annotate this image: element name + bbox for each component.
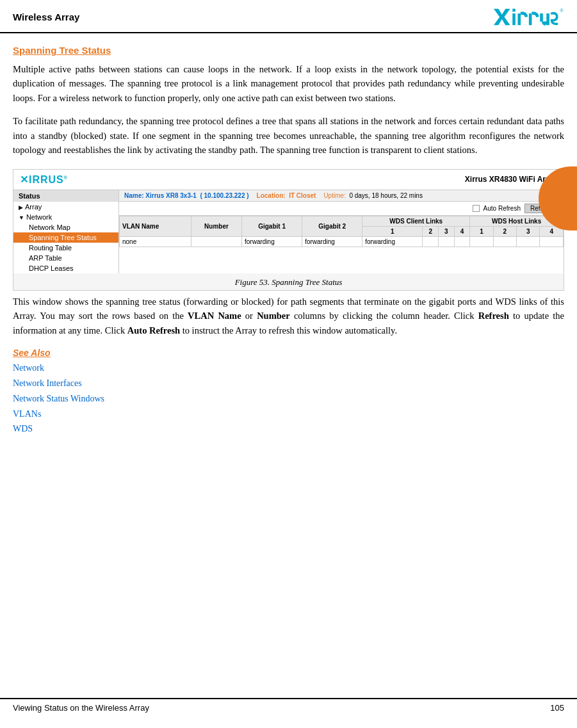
svg-text:®: ®	[560, 8, 564, 13]
device-uptime-label: Uptime: 0 days, 18 hours, 22 mins	[323, 192, 423, 199]
row-wds-client3	[439, 236, 455, 247]
device-name-value: Xirrus XR8 3x3-1	[145, 192, 197, 199]
col-vlan-name[interactable]: VLAN Name	[120, 216, 191, 236]
wds-client-col-3: 3	[439, 226, 455, 236]
row-wds-host1	[470, 236, 493, 247]
refresh-bar: Auto Refresh Refresh	[119, 202, 564, 216]
sidebar-item-network-map[interactable]: Network Map	[13, 222, 118, 232]
row-wds-host3	[517, 236, 540, 247]
table-row: none forwarding forwarding forwarding	[120, 236, 564, 247]
see-also-link-wds[interactable]: WDS	[13, 421, 564, 437]
figure-container: ✕IRRUS® Xirrus XR4830 WiFi Array Status …	[13, 169, 564, 291]
row-gigabit1: forwarding	[242, 236, 302, 247]
device-name-label: Name: Xirrus XR8 3x3-1 ( 10.100.23.222 )	[124, 192, 249, 199]
row-number	[191, 236, 241, 247]
description-paragraph: This window shows the spanning tree stat…	[13, 295, 564, 337]
paragraph-1: Multiple active paths between stations c…	[13, 62, 564, 105]
wds-client-col-4: 4	[454, 226, 470, 236]
device-location-label: Location: IT Closet	[257, 192, 316, 199]
wds-client-col-2: 2	[423, 226, 439, 236]
sidebar-item-dhcp-leases[interactable]: DHCP Leases	[13, 263, 118, 273]
interface-sidebar: Status ▶Array ▼Network Network Map Spann…	[13, 190, 119, 273]
see-also-link-network-status-windows[interactable]: Network Status Windows	[13, 391, 564, 407]
svg-rect-4	[529, 13, 532, 25]
row-wds-client1: forwarding	[362, 236, 423, 247]
xirrus-interface: ✕IRRUS® Xirrus XR4830 WiFi Array Status …	[13, 170, 564, 273]
svg-rect-2	[513, 13, 516, 25]
col-gigabit1[interactable]: Gigabit 1	[242, 216, 302, 236]
wds-host-col-1: 1	[470, 226, 493, 236]
col-number[interactable]: Number	[191, 216, 241, 236]
page-header: Wireless Array ®	[0, 0, 577, 33]
main-content: Spanning Tree Status Multiple active pat…	[0, 45, 577, 437]
info-bar: Name: Xirrus XR8 3x3-1 ( 10.100.23.222 )…	[119, 190, 564, 202]
auto-refresh-bold: Auto Refresh	[127, 325, 180, 336]
interface-main-panel: Name: Xirrus XR8 3x3-1 ( 10.100.23.222 )…	[119, 190, 564, 273]
figure-caption: Figure 53. Spanning Tree Status	[13, 273, 564, 290]
header-title: Wireless Array	[13, 12, 79, 22]
row-vlan: none	[120, 236, 191, 247]
xirrus-logo: ®	[494, 6, 564, 27]
footer-page-number: 105	[550, 703, 564, 713]
wds-client-col-1: 1	[362, 226, 423, 236]
svg-rect-1	[513, 9, 516, 12]
see-also-heading: See Also	[13, 348, 564, 358]
row-wds-client4	[454, 236, 470, 247]
sidebar-item-arp-table[interactable]: ARP Table	[13, 253, 118, 263]
arrow-icon: ▶	[19, 204, 23, 211]
sidebar-item-network[interactable]: ▼Network	[13, 212, 118, 222]
see-also-section: See Also Network Network Interfaces Netw…	[13, 348, 564, 437]
arrow-down-icon: ▼	[19, 214, 24, 221]
svg-rect-5	[540, 13, 544, 22]
interface-logo: ✕IRRUS®	[20, 174, 68, 186]
see-also-link-network-interfaces[interactable]: Network Interfaces	[13, 376, 564, 391]
interface-header: ✕IRRUS® Xirrus XR4830 WiFi Array	[13, 170, 564, 190]
wds-client-header: WDS Client Links	[362, 216, 470, 226]
sidebar-item-array[interactable]: ▶Array	[13, 202, 118, 212]
page-footer: Viewing Status on the Wireless Array 105	[0, 698, 577, 716]
row-wds-client2	[423, 236, 439, 247]
row-wds-host2	[493, 236, 516, 247]
see-also-link-vlans[interactable]: VLANs	[13, 407, 564, 422]
footer-left-text: Viewing Status on the Wireless Array	[13, 703, 149, 713]
auto-refresh-checkbox[interactable]	[473, 205, 480, 212]
sidebar-item-routing-table[interactable]: Routing Table	[13, 243, 118, 253]
row-gigabit2: forwarding	[302, 236, 362, 247]
sidebar-item-spanning-tree[interactable]: Spanning Tree Status	[13, 232, 118, 243]
xirrus-logo-svg: ®	[494, 6, 564, 27]
col-gigabit2[interactable]: Gigabit 2	[302, 216, 362, 236]
sidebar-status-header: Status	[13, 190, 118, 202]
see-also-link-network[interactable]: Network	[13, 360, 564, 376]
interface-header-left: ✕IRRUS®	[20, 174, 68, 186]
auto-refresh-label: Auto Refresh	[484, 205, 521, 212]
paragraph-2: To facilitate path redundancy, the spann…	[13, 114, 564, 157]
row-wds-host4	[540, 236, 564, 247]
wds-host-col-2: 2	[493, 226, 516, 236]
refresh-bold: Refresh	[478, 311, 509, 321]
interface-body: Status ▶Array ▼Network Network Map Spann…	[13, 190, 564, 273]
wds-host-col-3: 3	[517, 226, 540, 236]
svg-marker-0	[494, 9, 510, 26]
spanning-tree-table: VLAN Name Number Gigabit 1 Gigabit 2 WDS…	[119, 216, 564, 247]
vlan-bold: VLAN Name	[188, 311, 241, 321]
section-heading: Spanning Tree Status	[13, 45, 564, 56]
number-bold: Number	[257, 311, 290, 321]
svg-rect-3	[518, 13, 521, 25]
